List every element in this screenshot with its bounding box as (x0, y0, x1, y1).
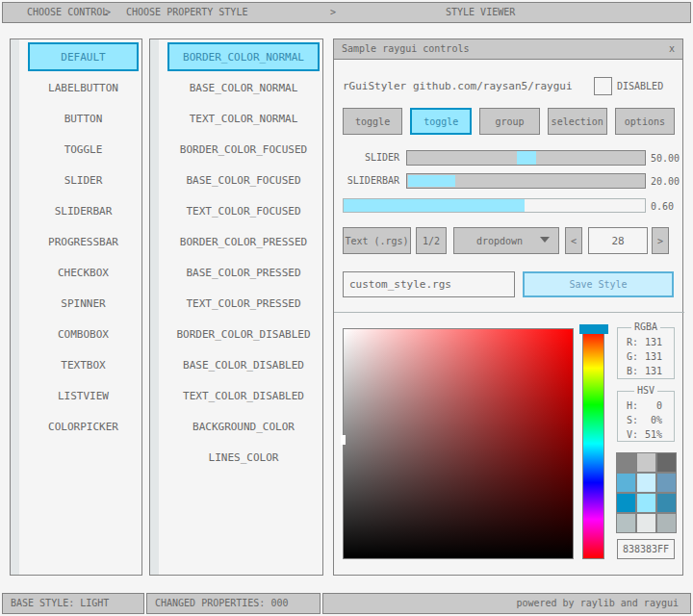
dropdown-label: dropdown (476, 236, 523, 246)
property-list-item[interactable]: TEXT_COLOR_NORMAL (167, 104, 320, 133)
control-list-item[interactable]: CHECKBOX (28, 258, 139, 287)
disabled-checkbox[interactable] (594, 77, 612, 95)
property-list-item[interactable]: BORDER_COLOR_PRESSED (167, 227, 320, 256)
hsv-title: HSV (634, 385, 657, 397)
text-rgs-button[interactable]: Text (.rgs) (343, 227, 411, 254)
property-list-item[interactable]: BACKGROUND_COLOR (167, 412, 320, 441)
property-list-item[interactable]: TEXT_COLOR_FOCUSED (167, 196, 320, 225)
rgba-row-value: 131 (645, 364, 662, 378)
sliderbar-track[interactable] (406, 173, 646, 189)
control-list-item[interactable]: TOGGLE (28, 135, 139, 164)
color-saturation-value-panel[interactable] (343, 328, 574, 559)
hsv-row-label: V: (627, 427, 638, 442)
breadcrumb-style-viewer: STYLE VIEWER (446, 3, 515, 22)
spinner-value-field[interactable]: 28 (588, 227, 648, 254)
controls-list-scrollbar[interactable] (11, 39, 19, 575)
property-list-item[interactable]: BORDER_COLOR_NORMAL (167, 42, 320, 71)
toggle-button[interactable]: toggle (343, 108, 402, 135)
property-list-item-label: TEXT_COLOR_FOCUSED (186, 205, 300, 218)
controls-list: DEFAULT LABELBUTTON BUTTON TOGGLE SLIDER (19, 42, 141, 575)
property-list-item-label: TEXT_COLOR_NORMAL (190, 113, 298, 125)
toggle-button[interactable]: selection (548, 108, 607, 135)
control-list-item[interactable]: LISTVIEW (28, 381, 139, 410)
toggle-group: toggle toggle group selection options (343, 108, 675, 135)
control-list-item[interactable]: SPINNER (28, 289, 139, 318)
property-list-item[interactable]: BASE_COLOR_PRESSED (167, 258, 320, 287)
control-list-item[interactable]: LABELBUTTON (28, 73, 139, 102)
property-list-item-label: BASE_COLOR_DISABLED (183, 359, 304, 372)
hex-color-field[interactable]: 838383FF (617, 539, 675, 559)
property-list-item[interactable]: BASE_COLOR_FOCUSED (167, 166, 320, 194)
control-list-item[interactable]: COMBOBOX (28, 320, 139, 348)
toggle-button-label: toggle (424, 116, 458, 127)
sample-window-titlebar[interactable]: Sample raygui controls x (334, 39, 682, 60)
sliderbar-fill (408, 175, 455, 187)
hsv-row-value: 0% (651, 413, 662, 427)
hex-color-value: 838383FF (623, 544, 669, 554)
hsv-row-value: 0 (656, 398, 662, 413)
filename-input[interactable]: custom_style.rgs (343, 271, 515, 297)
color-swatch[interactable] (657, 474, 676, 492)
property-list-item-label: BASE_COLOR_FOCUSED (186, 174, 300, 187)
disabled-checkbox-label: DISABLED (617, 81, 663, 91)
property-list-item[interactable]: BASE_COLOR_DISABLED (167, 350, 320, 379)
property-list-item[interactable]: BORDER_COLOR_DISABLED (167, 320, 320, 348)
property-list-item[interactable]: BASE_COLOR_NORMAL (167, 73, 320, 102)
color-swatch[interactable] (657, 453, 676, 472)
slider-track[interactable] (406, 150, 646, 166)
slider-knob[interactable] (517, 151, 536, 165)
color-swatch[interactable] (637, 474, 655, 492)
hsv-row: H: 0 (618, 398, 674, 413)
spinner-decrement-button[interactable]: < (565, 227, 582, 254)
hue-bar[interactable] (582, 328, 604, 559)
property-list-item[interactable]: TEXT_COLOR_DISABLED (167, 381, 320, 410)
window-title: Sample raygui controls (342, 39, 469, 59)
color-swatch[interactable] (637, 514, 655, 532)
save-style-button[interactable]: Save Style (523, 271, 674, 297)
control-list-item[interactable]: TEXTBOX (28, 350, 139, 379)
dropdown[interactable]: dropdown (453, 227, 559, 254)
property-list-item[interactable]: LINES_COLOR (167, 443, 320, 472)
control-list-item[interactable]: BUTTON (28, 104, 139, 133)
hsv-rows: H: 0 S: 0% V: 51% (618, 392, 674, 445)
breadcrumb: CHOOSE CONTROL > CHOOSE PROPERTY STYLE >… (2, 2, 691, 23)
hsv-row-label: S: (627, 413, 638, 427)
repo-link[interactable]: github.com/raysan5/raygui (413, 80, 573, 92)
half-button[interactable]: 1/2 (416, 227, 447, 254)
color-swatch[interactable] (617, 494, 635, 512)
control-list-item-label: PROGRESSBAR (48, 236, 118, 248)
spinner-value: 28 (611, 235, 624, 247)
spinner-decrement-label: < (571, 236, 577, 246)
hsv-row: S: 0% (618, 413, 674, 427)
color-swatch[interactable] (617, 474, 635, 492)
property-list-item[interactable]: TEXT_COLOR_PRESSED (167, 289, 320, 318)
toggle-button[interactable]: group (479, 108, 539, 135)
close-icon[interactable]: x (669, 39, 675, 59)
control-list-item[interactable]: DEFAULT (28, 42, 139, 71)
sliderbar-value: 20.00 (651, 175, 680, 188)
style-color-swatches (616, 452, 677, 533)
progressbar-fill (344, 199, 525, 212)
property-list-item[interactable]: BORDER_COLOR_FOCUSED (167, 135, 320, 164)
color-swatch[interactable] (637, 453, 655, 472)
control-list-item-label: LABELBUTTON (48, 82, 118, 94)
toggle-button[interactable]: toggle (410, 108, 472, 135)
properties-list-scrollbar[interactable] (150, 39, 159, 575)
control-list-item[interactable]: PROGRESSBAR (28, 227, 139, 256)
color-picker-cursor[interactable] (341, 435, 346, 445)
control-list-item[interactable]: COLORPICKER (28, 412, 139, 441)
control-list-item[interactable]: SLIDER (28, 166, 139, 194)
save-style-button-label: Save Style (569, 279, 627, 290)
color-swatch[interactable] (617, 453, 635, 472)
color-swatch[interactable] (657, 514, 676, 532)
color-swatch[interactable] (617, 514, 635, 532)
rgba-row-value: 131 (645, 349, 662, 364)
toggle-button[interactable]: options (615, 108, 675, 135)
control-list-item[interactable]: SLIDERBAR (28, 196, 139, 225)
color-swatch[interactable] (637, 494, 655, 512)
hsv-row-value: 51% (645, 427, 662, 442)
spinner-increment-label: > (657, 236, 663, 246)
spinner-increment-button[interactable]: > (652, 227, 669, 254)
hue-bar-handle[interactable] (579, 324, 608, 334)
color-swatch[interactable] (657, 494, 676, 512)
